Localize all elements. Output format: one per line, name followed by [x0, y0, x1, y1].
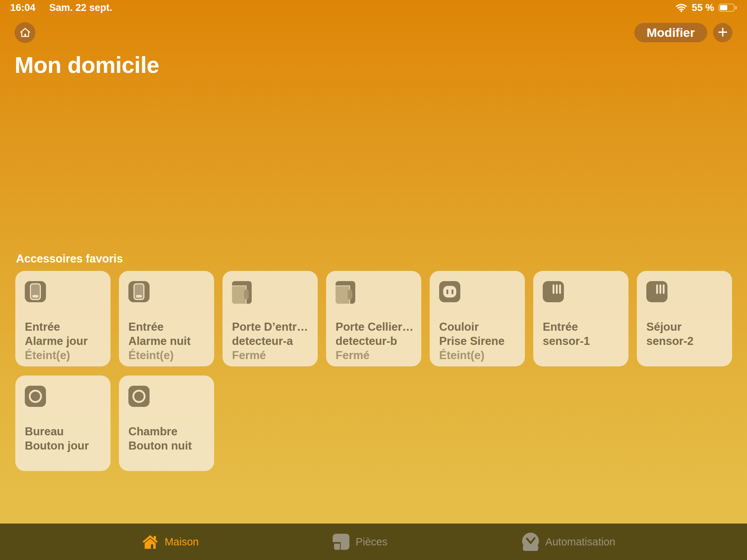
rooms-icon [333, 534, 349, 550]
accessory-card-prise-sirene[interactable]: Couloir Prise Sirene Éteint(e) [430, 271, 525, 366]
tab-automation[interactable]: Automatisation [522, 524, 615, 560]
clock: 16:04 [10, 2, 35, 13]
sensor-icon [543, 281, 564, 302]
accessory-card-sensor-1[interactable]: Entrée sensor-1 [533, 271, 628, 366]
sensor-icon [646, 281, 667, 302]
top-toolbar: Modifier + [15, 23, 732, 42]
accessory-name: detecteur-a [232, 334, 312, 348]
accessory-name: Prise Sirene [439, 334, 519, 348]
button-icon [25, 386, 46, 407]
accessory-status: Fermé [232, 348, 312, 362]
outlet-icon [439, 281, 460, 302]
add-button[interactable]: + [713, 23, 732, 42]
accessory-room: Entrée [128, 320, 208, 334]
accessory-status: Éteint(e) [439, 348, 519, 362]
house-outline-icon [19, 27, 31, 38]
house-icon [142, 534, 158, 549]
home-app-screen: 16:04 Sam. 22 sept. 55 % M [0, 0, 747, 560]
accessory-status: Fermé [336, 348, 415, 362]
accessory-room: Entrée [543, 320, 623, 334]
accessory-room: Porte D’entr… [232, 320, 312, 334]
page-title: Mon domicile [15, 52, 159, 78]
battery-fill [720, 5, 727, 10]
accessory-card-detecteur-b[interactable]: Porte Cellier… detecteur-b Fermé [326, 271, 421, 366]
battery-icon [719, 4, 737, 12]
tab-pieces[interactable]: Pièces [333, 524, 387, 560]
battery-percent: 55 % [692, 2, 714, 13]
wifi-icon [676, 3, 687, 12]
accessory-name: sensor-2 [646, 334, 726, 348]
accessory-card-alarme-nuit[interactable]: Entrée Alarme nuit Éteint(e) [119, 271, 214, 366]
tab-maison[interactable]: Maison [142, 524, 199, 560]
accessory-card-alarme-jour[interactable]: Entrée Alarme jour Éteint(e) [15, 271, 111, 366]
accessory-card-detecteur-a[interactable]: Porte D’entr… detecteur-a Fermé [222, 271, 318, 366]
tab-label: Maison [165, 536, 199, 548]
accessory-room: Bureau [25, 424, 105, 439]
date: Sam. 22 sept. [49, 2, 112, 13]
edit-button[interactable]: Modifier [634, 23, 707, 42]
accessory-card-sensor-2[interactable]: Séjour sensor-2 [637, 271, 732, 366]
button-icon [128, 386, 150, 407]
security-system-icon [25, 281, 46, 302]
section-title: Accessoires favoris [16, 252, 123, 265]
accessory-room: Couloir [439, 320, 519, 334]
favorite-accessories-grid: Entrée Alarme jour Éteint(e) Entrée Alar… [15, 271, 736, 471]
tab-label: Pièces [356, 536, 387, 548]
tab-bar: Maison Pièces Automatisation [0, 524, 747, 560]
door-sensor-icon [336, 281, 355, 304]
accessory-status: Éteint(e) [128, 348, 208, 362]
automation-icon [522, 533, 539, 551]
accessory-name: Bouton jour [25, 439, 105, 453]
status-bar: 16:04 Sam. 22 sept. 55 % [0, 0, 747, 15]
accessory-name: detecteur-b [336, 334, 415, 348]
accessory-room: Séjour [646, 320, 726, 334]
tab-label: Automatisation [545, 536, 615, 548]
security-system-icon [128, 281, 150, 302]
home-circle-button[interactable] [15, 22, 35, 43]
accessory-room: Entrée [25, 320, 105, 334]
accessory-name: sensor-1 [543, 334, 623, 348]
accessory-name: Alarme jour [25, 334, 105, 348]
accessory-name: Alarme nuit [128, 334, 208, 348]
accessory-room: Porte Cellier… [336, 320, 415, 334]
accessory-name: Bouton nuit [128, 439, 208, 453]
accessory-card-bouton-jour[interactable]: Bureau Bouton jour [15, 376, 111, 471]
door-sensor-icon [232, 281, 252, 304]
accessory-room: Chambre [128, 424, 208, 439]
accessory-status: Éteint(e) [25, 348, 105, 362]
accessory-card-bouton-nuit[interactable]: Chambre Bouton nuit [119, 376, 214, 471]
